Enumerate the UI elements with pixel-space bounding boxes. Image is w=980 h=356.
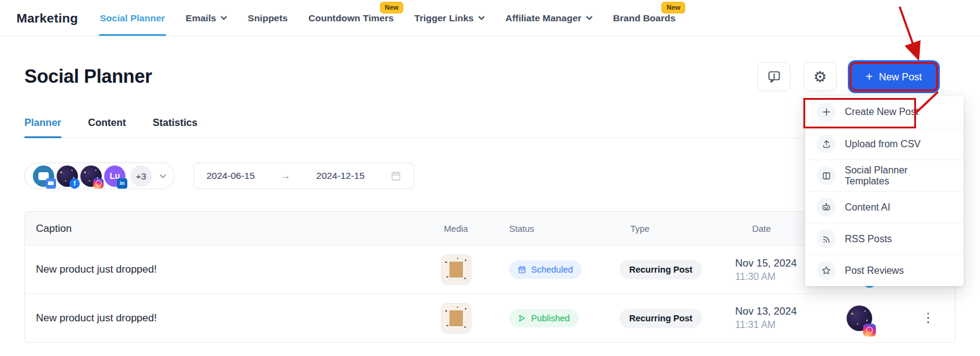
feedback-button[interactable] <box>757 62 791 91</box>
menu-item-create-new-post[interactable]: Create New Post <box>805 96 964 128</box>
arrow-right-icon: → <box>280 170 291 182</box>
nav-item-social-planner[interactable]: Social Planner <box>100 0 165 36</box>
plus-icon: + <box>865 71 873 83</box>
avatar: f <box>57 166 78 187</box>
upload-icon <box>817 134 836 153</box>
nav-item-trigger-links[interactable]: Trigger Links <box>414 0 484 36</box>
gear-icon: ⚙ <box>813 69 827 85</box>
status-badge: Scheduled <box>509 260 582 279</box>
status-badge: Published <box>509 309 579 327</box>
avatar: Lu in <box>104 166 125 187</box>
nav-item-emails[interactable]: Emails <box>186 0 227 36</box>
chevron-down-icon <box>478 16 485 20</box>
page-header: Social Planner ⚙ + New Post <box>24 62 980 91</box>
tab-planner[interactable]: Planner <box>24 117 62 138</box>
tab-content[interactable]: Content <box>88 117 126 138</box>
robot-icon <box>817 198 836 217</box>
app-title: Marketing <box>16 11 78 26</box>
menu-item-rss-posts[interactable]: RSS Posts <box>805 223 964 254</box>
linkedin-icon: in <box>117 178 127 189</box>
new-post-button[interactable]: + New Post <box>850 62 938 91</box>
nav-item-affiliate-manager[interactable]: Affiliate Manager <box>506 0 593 36</box>
templates-icon <box>817 166 836 185</box>
plus-icon <box>817 103 836 122</box>
post-caption: New product just dropped! <box>25 312 427 324</box>
column-header-date: Date <box>725 224 817 234</box>
chevron-down-icon <box>586 16 593 20</box>
account-avatar <box>847 305 872 331</box>
new-badge: New <box>661 2 685 13</box>
menu-item-social-planner-templates[interactable]: Social Planner Templates <box>805 159 964 191</box>
chevron-down-icon <box>220 16 227 20</box>
table-row[interactable]: New product just dropped! Published Recu… <box>25 294 955 342</box>
post-date: Nov 15, 2024 <box>735 257 817 270</box>
header-actions: ⚙ + New Post <box>757 62 938 91</box>
column-header-status: Status <box>485 224 610 234</box>
page-title: Social Planner <box>24 66 152 88</box>
more-accounts-count: +3 <box>130 166 152 187</box>
post-media-thumbnail[interactable] <box>441 254 471 285</box>
nav-item-brand-boards[interactable]: Brand Boards New <box>613 0 676 36</box>
active-tab-underline <box>24 136 62 138</box>
column-header-type: Type <box>610 224 725 234</box>
google-business-icon <box>46 178 56 189</box>
calendar-icon <box>390 170 401 181</box>
nav-items: Social Planner Emails Snippets Countdown… <box>100 0 675 36</box>
menu-item-content-ai[interactable]: Content AI <box>805 191 964 223</box>
column-header-caption: Caption <box>25 223 427 235</box>
post-time: 11:31 AM <box>735 319 817 330</box>
post-date: Nov 13, 2024 <box>735 305 817 318</box>
new-badge: New <box>380 2 404 13</box>
active-underline <box>99 34 166 36</box>
settings-button[interactable]: ⚙ <box>803 62 837 91</box>
menu-item-post-reviews[interactable]: Post Reviews <box>805 254 964 286</box>
date-range-picker[interactable]: 2024-06-15 → 2024-12-15 <box>194 162 414 189</box>
instagram-icon <box>93 178 104 189</box>
rss-icon <box>817 229 836 248</box>
new-post-dropdown-menu: Create New Post Upload from CSV Social P… <box>805 96 964 286</box>
facebook-icon: f <box>69 178 80 189</box>
end-date: 2024-12-15 <box>316 170 364 181</box>
account-filter-dropdown[interactable]: f Lu in +3 <box>24 162 175 189</box>
avatar <box>33 166 54 187</box>
post-type-pill: Recurring Post <box>619 260 702 279</box>
post-time: 11:30 AM <box>735 271 817 282</box>
send-icon <box>518 314 526 323</box>
star-icon <box>817 261 836 280</box>
column-header-media: Media <box>427 224 485 234</box>
post-caption: New product just dropped! <box>25 264 427 276</box>
row-menu-button[interactable]: ⋮ <box>922 312 936 324</box>
top-navigation: Marketing Social Planner Emails Snippets… <box>0 0 980 37</box>
nav-item-snippets[interactable]: Snippets <box>248 0 287 36</box>
post-media-thumbnail[interactable] <box>441 303 471 333</box>
tab-statistics[interactable]: Statistics <box>153 117 197 138</box>
chevron-down-icon <box>160 174 166 178</box>
menu-item-upload-from-csv[interactable]: Upload from CSV <box>805 128 964 159</box>
start-date: 2024-06-15 <box>206 170 255 181</box>
feedback-icon <box>767 69 781 84</box>
calendar-icon <box>518 265 526 274</box>
avatar <box>80 166 102 187</box>
instagram-icon <box>863 324 876 337</box>
post-type-pill: Recurring Post <box>619 309 702 328</box>
nav-item-countdown-timers[interactable]: Countdown Timers New <box>308 0 393 36</box>
